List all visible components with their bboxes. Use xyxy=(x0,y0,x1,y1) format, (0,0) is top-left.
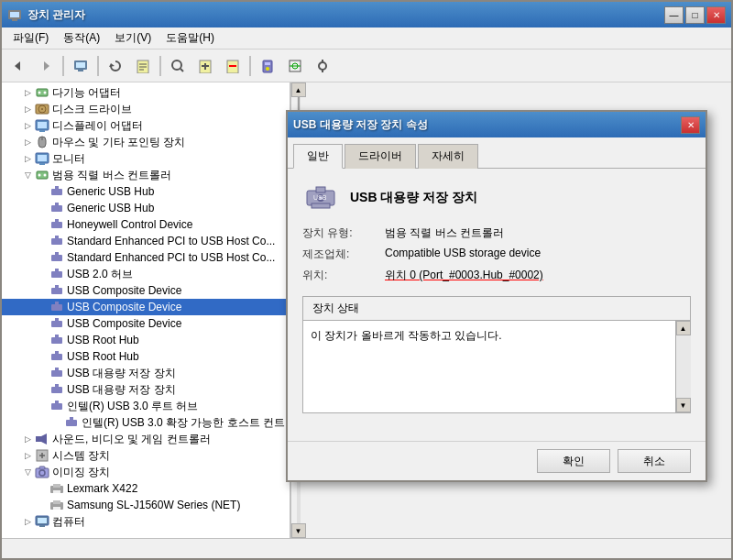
tab-driver[interactable]: 드라이버 xyxy=(345,144,416,169)
toolbar-btn-6[interactable] xyxy=(220,53,246,79)
forward-button[interactable] xyxy=(33,53,59,79)
tab-detail[interactable]: 자세히 xyxy=(418,144,478,169)
toolbar-separator-2 xyxy=(97,56,99,76)
forward-icon xyxy=(38,59,53,73)
title-bar-buttons: — □ ✕ xyxy=(664,6,726,24)
svg-rect-6 xyxy=(76,62,85,68)
minimize-button[interactable]: — xyxy=(664,6,684,24)
svg-point-13 xyxy=(172,60,181,70)
app-icon xyxy=(7,7,22,22)
dialog-title-bar: USB 대용량 저장 장치 속성 ✕ xyxy=(288,112,706,137)
svg-text:USB: USB xyxy=(313,194,327,201)
content-area: ▷ 다기능 어댑터 ▷ 디스크 드라이브 ▷ xyxy=(2,82,731,538)
svg-point-26 xyxy=(319,62,326,70)
status-content-area: 이 장치가 올바르게 작동하고 있습니다. ▲ ▼ xyxy=(303,321,690,412)
properties-dialog: USB 대용량 저장 장치 속성 ✕ 일반 드라이버 자세히 xyxy=(286,110,707,482)
status-scroll-up[interactable]: ▲ xyxy=(676,321,691,335)
svg-rect-95 xyxy=(312,203,330,208)
window-close-button[interactable]: ✕ xyxy=(706,6,726,24)
svg-rect-7 xyxy=(78,70,83,71)
toolbar-btn-7[interactable] xyxy=(255,53,280,79)
dialog-body: USB USB 대용량 저장 장치 장치 유형: 범용 직렬 버스 컨트롤러 제… xyxy=(288,169,706,441)
toolbar-btn-9[interactable] xyxy=(310,53,335,79)
dialog-overlay: USB 대용량 저장 장치 속성 ✕ 일반 드라이버 자세히 xyxy=(2,82,731,538)
back-button[interactable] xyxy=(5,53,31,79)
toolbar-btn-4[interactable] xyxy=(165,53,191,79)
toolbar-separator-4 xyxy=(249,56,251,76)
device-name-label: USB 대용량 저장 장치 xyxy=(350,190,477,206)
menu-bar: 파일(F) 동작(A) 보기(V) 도움말(H) xyxy=(2,27,731,49)
window-title: 장치 관리자 xyxy=(27,7,85,23)
svg-marker-8 xyxy=(109,63,115,67)
svg-rect-28 xyxy=(322,70,323,72)
menu-file[interactable]: 파일(F) xyxy=(5,27,56,49)
toolbar-btn-2[interactable] xyxy=(103,53,128,79)
svg-marker-3 xyxy=(15,61,20,71)
toolbar-btn-1[interactable] xyxy=(68,53,93,79)
computer-icon xyxy=(73,59,88,73)
status-scroll-down[interactable]: ▼ xyxy=(676,398,691,412)
add-icon xyxy=(198,59,213,73)
svg-rect-27 xyxy=(322,60,323,62)
menu-view[interactable]: 보기(V) xyxy=(107,27,159,49)
toolbar-separator-3 xyxy=(159,56,161,76)
toolbar-btn-3[interactable] xyxy=(130,53,156,79)
remove-icon xyxy=(225,59,240,73)
dialog-tabs: 일반 드라이버 자세히 xyxy=(288,137,706,169)
scan-icon xyxy=(288,59,302,73)
title-bar: 장치 관리자 — □ ✕ xyxy=(2,2,731,27)
menu-help[interactable]: 도움말(H) xyxy=(159,27,222,49)
svg-line-14 xyxy=(181,69,183,71)
svg-point-22 xyxy=(266,67,269,71)
toolbar-btn-5[interactable] xyxy=(192,53,218,79)
status-bar xyxy=(2,538,731,558)
dialog-close-button[interactable]: ✕ xyxy=(681,116,700,134)
toolbar-btn-8[interactable] xyxy=(282,53,308,79)
properties-icon xyxy=(136,59,150,73)
property-table: 장치 유형: 범용 직렬 버스 컨트롤러 제조업체: Compatible US… xyxy=(302,225,691,283)
svg-rect-1 xyxy=(10,12,19,17)
status-group-title: 장치 상태 xyxy=(303,297,690,321)
status-scrollbar[interactable]: ▲ ▼ xyxy=(675,321,690,412)
svg-rect-94 xyxy=(316,187,325,192)
toolbar-separator-1 xyxy=(62,56,64,76)
svg-rect-21 xyxy=(265,62,270,65)
prop-manufacturer-label: 제조업체: xyxy=(302,247,376,262)
svg-marker-4 xyxy=(44,61,49,71)
prop-type-label: 장치 유형: xyxy=(302,225,376,241)
dialog-title-text: USB 대용량 저장 장치 속성 xyxy=(293,117,428,133)
menu-action[interactable]: 동작(A) xyxy=(56,27,107,49)
cancel-button[interactable]: 취소 xyxy=(618,449,691,473)
toolbar xyxy=(2,49,731,82)
main-window: 장치 관리자 — □ ✕ 파일(F) 동작(A) 보기(V) 도움말(H) xyxy=(0,0,733,560)
device-header: USB USB 대용량 저장 장치 xyxy=(302,183,691,213)
device-large-icon: USB xyxy=(302,183,339,213)
settings-icon xyxy=(315,59,330,73)
dialog-buttons: 확인 취소 xyxy=(288,441,706,480)
tab-general[interactable]: 일반 xyxy=(293,144,343,169)
prop-type-value: 범용 직렬 버스 컨트롤러 xyxy=(385,225,691,241)
search-icon xyxy=(170,59,185,73)
status-text: 이 장치가 올바르게 작동하고 있습니다. xyxy=(303,321,675,412)
refresh-icon xyxy=(108,59,123,73)
svg-rect-20 xyxy=(263,60,272,72)
ok-button[interactable]: 확인 xyxy=(537,449,610,473)
prop-location-value: 위치 0 (Port_#0003.Hub_#0002) xyxy=(385,268,691,283)
maximize-button[interactable]: □ xyxy=(685,6,705,24)
title-bar-left: 장치 관리자 xyxy=(7,7,85,23)
status-group: 장치 상태 이 장치가 올바르게 작동하고 있습니다. ▲ ▼ xyxy=(302,296,691,413)
status-scroll-track[interactable] xyxy=(676,335,691,398)
back-icon xyxy=(11,59,26,73)
svg-rect-2 xyxy=(12,19,17,21)
prop-manufacturer-value: Compatible USB storage device xyxy=(385,247,691,262)
prop-location-label: 위치: xyxy=(302,268,376,283)
driver-icon xyxy=(260,59,275,73)
